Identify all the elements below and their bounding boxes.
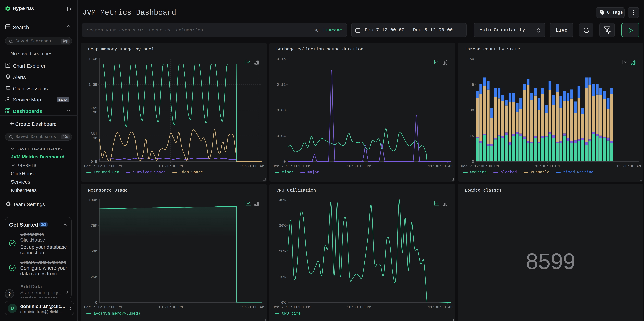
svg-text:0.08: 0.08 <box>277 108 286 113</box>
svg-text:0: 0 <box>472 160 474 164</box>
svg-text:11:30:00 AM: 11:30:00 AM <box>428 164 452 168</box>
svg-text:30%: 30% <box>279 224 286 228</box>
svg-text:11:30:00 AM: 11:30:00 AM <box>616 164 641 168</box>
svg-text:0: 0 <box>284 160 286 164</box>
svg-text:10:30:00 PM: 10:30:00 PM <box>347 164 371 168</box>
svg-text:0%: 0% <box>281 301 286 305</box>
svg-text:1 GB: 1 GB <box>88 57 97 61</box>
svg-text:10:30:00 PM: 10:30:00 PM <box>535 164 560 168</box>
svg-text:15: 15 <box>470 134 474 138</box>
svg-text:0.12: 0.12 <box>277 83 286 87</box>
svg-text:1 GB: 1 GB <box>88 83 97 87</box>
svg-text:0 B: 0 B <box>90 160 97 164</box>
svg-text:381: 381 <box>90 132 97 136</box>
svg-text:11:30:00 AM: 11:30:00 AM <box>428 305 452 310</box>
svg-text:30: 30 <box>470 108 474 113</box>
svg-text:100M: 100M <box>88 198 97 202</box>
svg-text:75M: 75M <box>90 224 97 228</box>
svg-text:50M: 50M <box>90 250 97 254</box>
svg-text:25M: 25M <box>90 275 97 279</box>
svg-text:763: 763 <box>90 106 97 111</box>
svg-text:0.04: 0.04 <box>277 134 286 138</box>
svg-text:20%: 20% <box>279 250 286 254</box>
svg-text:0.16: 0.16 <box>277 57 286 61</box>
svg-text:0: 0 <box>95 301 97 305</box>
svg-text:10:30:00 PM: 10:30:00 PM <box>347 305 371 310</box>
svg-text:MB: MB <box>93 136 97 140</box>
svg-text:MB: MB <box>93 110 97 115</box>
svg-text:45: 45 <box>470 83 474 87</box>
svg-text:Dec 7 12:00:00 PM: Dec 7 12:00:00 PM <box>84 164 122 168</box>
svg-text:11:30:00 AM: 11:30:00 AM <box>240 305 264 310</box>
svg-text:10%: 10% <box>279 275 286 279</box>
svg-text:60: 60 <box>470 57 474 61</box>
svg-text:40%: 40% <box>279 198 286 202</box>
svg-text:Dec 7 12:00:00 PM: Dec 7 12:00:00 PM <box>272 164 310 168</box>
svg-text:Dec 7 12:00:00 PM: Dec 7 12:00:00 PM <box>461 164 499 168</box>
svg-text:10:30:00 PM: 10:30:00 PM <box>158 305 183 310</box>
svg-text:10:30:00 PM: 10:30:00 PM <box>158 164 183 168</box>
svg-text:Dec 7 12:00:00 PM: Dec 7 12:00:00 PM <box>272 305 310 310</box>
svg-text:11:30:00 AM: 11:30:00 AM <box>240 164 264 168</box>
svg-text:Dec 7 12:00:00 PM: Dec 7 12:00:00 PM <box>84 305 122 310</box>
